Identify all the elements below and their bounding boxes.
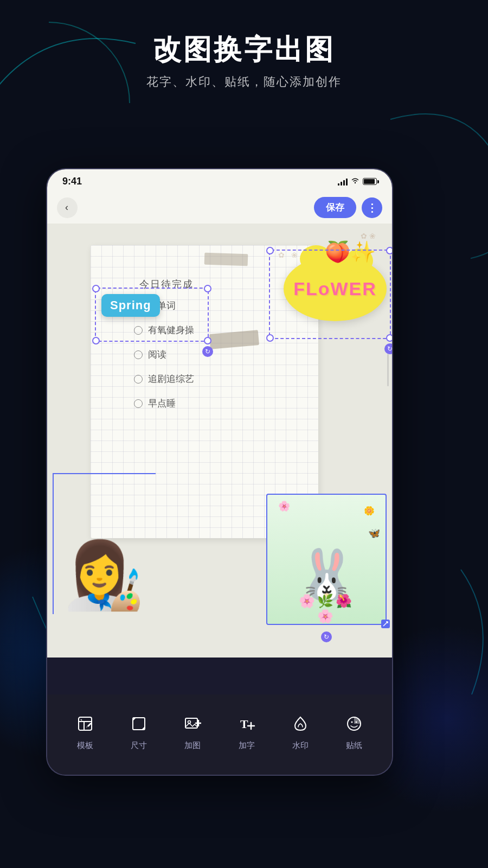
battery-icon [363, 178, 377, 185]
addtext-label: 加字 [239, 741, 255, 751]
toolbar-addtext[interactable]: T 加字 [220, 711, 273, 751]
girl-illustration: 👩‍🎨 [58, 473, 145, 614]
svg-point-13 [351, 721, 353, 723]
addtext-icon-wrap: T [234, 711, 259, 736]
addimg-icon-wrap [180, 711, 205, 736]
sticker-icon [345, 715, 363, 732]
todo-item-4: 追剧追综艺 [134, 373, 194, 385]
flower-handle-br[interactable] [386, 334, 392, 342]
spring-rotate-handle[interactable]: ↻ [202, 346, 213, 357]
template-label: 模板 [77, 741, 93, 751]
girl-emoji: 👩‍🎨 [63, 538, 145, 614]
svg-rect-4 [133, 718, 145, 730]
page-subtitle: 花字、水印、贴纸，随心添加创作 [0, 74, 488, 90]
tape-decoration-2 [204, 253, 248, 266]
phone-frame: 9:41 ‹ [46, 168, 393, 776]
toolbar-template[interactable]: 模板 [58, 711, 112, 751]
template-icon [76, 715, 94, 732]
bg-arc-tr [380, 108, 488, 260]
signal-icon [338, 178, 348, 186]
flower-rotate-handle[interactable]: ↻ [384, 343, 392, 354]
todo-circle-3 [134, 350, 143, 359]
flower-handle-bl[interactable] [266, 334, 274, 342]
watermark-icon-wrap [288, 711, 313, 736]
bottom-toolbar: 模板 尺寸 加图 [47, 694, 392, 775]
toolbar-resize[interactable]: 尺寸 [112, 711, 165, 751]
header: 改图换字出图 花字、水印、贴纸，随心添加创作 [0, 33, 488, 90]
flower-handle-tl[interactable] [266, 247, 274, 254]
more-button[interactable]: ⋮ [362, 197, 382, 218]
todo-circle-5 [134, 399, 143, 408]
selection-handle-bl[interactable] [92, 337, 100, 344]
nav-right: 保存 ⋮ [314, 197, 382, 218]
status-icons [338, 177, 377, 186]
addimg-icon [184, 715, 201, 732]
resize-icon [130, 715, 147, 732]
addtext-icon: T [238, 715, 255, 732]
top-nav: ‹ 保存 ⋮ [47, 192, 392, 224]
watermark-icon [292, 715, 309, 732]
toolbar-sticker[interactable]: 贴纸 [328, 711, 381, 751]
scroll-bar [387, 354, 389, 386]
status-bar: 9:41 [47, 169, 392, 192]
resize-label: 尺寸 [131, 741, 147, 751]
canvas-area[interactable]: ✿ ❀ ✿ 今日待完成 背单词 有氧健身操 阅读 追剧追综艺 [47, 224, 392, 658]
canvas-top-decor: ✿ ❀ [361, 232, 376, 240]
todo-circle-4 [134, 375, 143, 384]
todo-item-5: 早点睡 [134, 397, 194, 410]
svg-point-0 [355, 182, 356, 183]
page-title: 改图换字出图 [0, 33, 488, 66]
more-icon: ⋮ [367, 201, 377, 214]
save-button[interactable]: 保存 [314, 197, 356, 218]
svg-point-14 [356, 721, 357, 723]
resize-icon-wrap [126, 711, 151, 736]
todo-item-3: 阅读 [134, 348, 194, 361]
toolbar-addimg[interactable]: 加图 [166, 711, 220, 751]
selection-handle-tl[interactable] [92, 285, 100, 292]
bunny-selection-border[interactable] [266, 494, 387, 625]
flower-handle-tr[interactable] [386, 247, 392, 254]
template-icon-wrap [73, 711, 98, 736]
bunny-corner-handle[interactable] [381, 620, 390, 628]
bunny-container: ↻ 🐰 🌸🌿🌺🌸 🌸 🌼 🦋 [267, 495, 386, 624]
back-chevron-icon: ‹ [65, 202, 68, 213]
wifi-icon [351, 177, 359, 186]
selection-handle-br[interactable] [204, 337, 211, 344]
toolbar-watermark[interactable]: 水印 [273, 711, 327, 751]
addimg-label: 加图 [184, 741, 201, 751]
selection-handle-tr[interactable] [204, 285, 211, 292]
flower-selection-box[interactable]: ↻ [269, 250, 391, 339]
bunny-rotate-handle[interactable]: ↻ [321, 631, 332, 642]
sticker-icon-wrap [342, 711, 367, 736]
spring-selection-box[interactable]: ↻ [95, 288, 209, 342]
status-time: 9:41 [62, 176, 82, 187]
watermark-label: 水印 [292, 741, 309, 751]
back-button[interactable]: ‹ [57, 197, 78, 218]
svg-text:T: T [240, 717, 248, 731]
sticker-label: 贴纸 [346, 741, 362, 751]
